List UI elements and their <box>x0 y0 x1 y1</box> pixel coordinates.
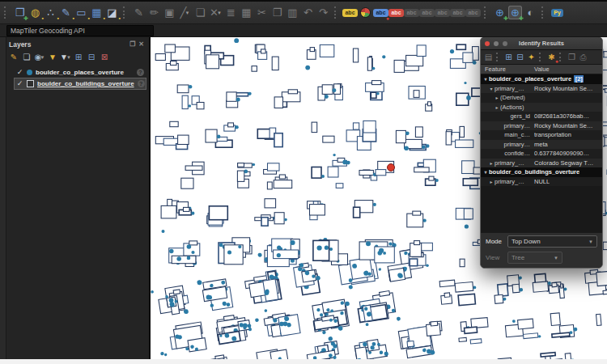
feature-count-badge: [2] <box>574 75 584 83</box>
value-cell: Rocky Mountain Se… <box>534 85 593 92</box>
identify-row[interactable]: gers_id08f2681a3076bab… <box>481 112 602 121</box>
layer-item-boulder_co_buildings_overture[interactable]: ✓boulder_co_buildings_overture? <box>15 78 146 89</box>
metasearch-icon[interactable]: ⊕✚ <box>508 6 522 19</box>
identify-row[interactable]: confide…0.6377840909090… <box>481 149 602 159</box>
layer-symbol-icon <box>27 80 34 87</box>
toolbar-group-handle[interactable] <box>123 6 128 19</box>
float-panel-icon[interactable]: ❐ <box>129 40 135 48</box>
add-group-icon[interactable]: ❏ <box>21 52 32 63</box>
mode-label: Mode <box>486 238 504 245</box>
new-geopackage-layer-icon[interactable]: ◍▪ <box>28 6 42 19</box>
modify-attributes-icon: ≣ <box>224 6 238 19</box>
tree-expander-icon[interactable]: ▸ <box>488 160 495 166</box>
remove-layer-icon[interactable]: ⊠ <box>99 52 110 63</box>
quickmapservices-icon[interactable]: ⊕✚ <box>493 6 507 19</box>
geocoding-search-input[interactable] <box>6 25 154 36</box>
mode-select[interactable]: Top Down ▼ <box>507 235 597 248</box>
identify-row[interactable]: primary…Rocky Mountain Se… <box>481 121 602 131</box>
minimize-window-icon[interactable] <box>494 41 499 46</box>
identify-row[interactable]: ▸primary_…Colorado Segway T… <box>481 159 602 168</box>
layer-visibility-checkbox[interactable]: ✓ <box>16 80 23 87</box>
identify-row[interactable]: ▸primary_…NULL <box>481 177 602 187</box>
toolbar-group-handle[interactable] <box>541 6 546 19</box>
feature-cell: confide… <box>481 150 530 157</box>
copy-features-icon: ❐ <box>270 6 284 19</box>
search-layers-icon[interactable]: ◐ <box>524 6 537 19</box>
new-virtual-layer-icon[interactable]: ◪▪ <box>105 6 119 19</box>
toolbar-group-handle[interactable] <box>4 6 9 19</box>
manage-map-themes-icon[interactable]: ◉▼ <box>34 52 45 63</box>
expand-all-icon[interactable]: ⊞ <box>73 52 84 63</box>
new-spatialite-layer-icon[interactable]: ✎▪ <box>59 6 73 19</box>
tree-expander-icon[interactable]: ▸ <box>488 179 495 184</box>
vertex-tool-icon: ✕▼ <box>209 6 223 19</box>
identify-row[interactable]: primary…meta <box>481 140 602 150</box>
window-bottom-edge <box>0 359 607 364</box>
identify-toolbar: ▤⊞⊟✦✱●❐⎙ <box>481 50 602 65</box>
new-mesh-layer-icon[interactable]: ▦▪ <box>90 6 104 19</box>
dock-handle-strip[interactable] <box>0 37 6 359</box>
cut-features-icon: ✂ <box>255 6 269 19</box>
identified-feature-highlight <box>388 164 395 171</box>
chevron-down-icon: ▼ <box>588 239 593 244</box>
new-temporary-scratch-layer-icon[interactable]: ❐✚ <box>13 6 27 19</box>
layers-panel-title: Layers <box>9 40 31 49</box>
pin-labels-icon[interactable]: abc● <box>374 6 388 19</box>
tree-expander-icon[interactable]: ▾ <box>488 86 495 91</box>
clear-results-icon[interactable]: ✱● <box>546 52 557 62</box>
value-cell: 08f2681a3076bab… <box>534 112 589 120</box>
layer-item-boulder_co_places_overture[interactable]: ✓boulder_co_places_overture? <box>15 67 146 78</box>
layer-diagram-options-icon[interactable] <box>359 6 372 19</box>
main-toolbar: ❐✚◍▪∴▪✎▪▭▪▦▪◪▪✎✏▣╱▼❏✕▼≣▦✂❐▥↶↷abcabc●abca… <box>0 0 607 24</box>
filter-expression-icon[interactable]: ▼▼ <box>60 52 71 63</box>
layer-symbol-icon <box>27 70 32 75</box>
toolbar-group-handle <box>559 53 564 61</box>
identify-row[interactable]: ▾boulder_co_places_overture[2] <box>481 74 602 84</box>
qgis-window: ❐✚◍▪∴▪✎▪▭▪▦▪◪▪✎✏▣╱▼❏✕▼≣▦✂❐▥↶↷abcabc●abca… <box>0 0 607 364</box>
identify-empty-area <box>481 186 602 232</box>
tree-expander-icon[interactable]: ▸ <box>494 95 500 100</box>
highlight-pinned-labels-icon[interactable]: abc <box>389 6 403 19</box>
identify-row[interactable]: ▾primary_…Rocky Mountain Se… <box>481 84 602 94</box>
tree-expander-icon[interactable]: ▾ <box>482 76 489 82</box>
rotate-label-icon: abc <box>435 6 449 19</box>
identify-row[interactable]: ▸(Actions) <box>481 103 602 112</box>
feature-cell: primary_… <box>495 85 524 92</box>
feature-cell: boulder_co_places_overture <box>489 75 571 83</box>
feature-cell: primary_… <box>495 178 524 185</box>
change-label-properties-icon: abc <box>451 6 465 19</box>
identify-titlebar[interactable]: Identify Results <box>481 37 602 50</box>
close-panel-icon[interactable]: ✕ <box>138 40 144 48</box>
layer-indicator-icon: ? <box>138 80 145 87</box>
expand-tree-icon[interactable]: ⊞ <box>503 52 514 62</box>
identify-row[interactable]: ▸(Derived) <box>481 93 602 103</box>
new-gpx-layer-icon[interactable]: ▭▪ <box>74 6 88 19</box>
open-layer-styling-icon[interactable]: ✎ <box>8 52 19 63</box>
zoom-window-icon[interactable] <box>503 41 507 46</box>
python-console-icon[interactable]: Py <box>550 6 564 19</box>
new-shapefile-layer-icon[interactable]: ∴▪ <box>44 6 57 19</box>
close-window-icon[interactable] <box>485 41 490 46</box>
identify-row[interactable]: main_c…transportation <box>481 130 602 140</box>
layer-labeling-options-icon[interactable]: abc <box>343 6 357 19</box>
tree-expander-icon[interactable]: ▾ <box>482 169 489 175</box>
digitize-with-segment-icon: ╱▼ <box>178 6 192 19</box>
toolbar-group-handle[interactable] <box>484 6 489 19</box>
filter-legend-icon[interactable]: ▼ <box>47 52 58 63</box>
paste-features-icon: ▥ <box>286 6 299 19</box>
collapse-tree-icon[interactable]: ⊟ <box>515 52 525 62</box>
view-select: Tree ▼ <box>507 252 562 264</box>
delete-selected-icon: ▦ <box>240 6 253 19</box>
print-result-icon: ⎙ <box>578 52 588 62</box>
redo-icon: ↷ <box>316 6 330 19</box>
tree-expander-icon[interactable]: ▸ <box>494 104 500 110</box>
identify-row[interactable]: ▾boulder_co_buildings_overture <box>481 167 602 177</box>
layer-visibility-checkbox[interactable]: ✓ <box>16 69 23 76</box>
current-edits-icon: ✎ <box>132 6 146 19</box>
locator-bar <box>0 24 607 37</box>
layers-panel: Layers ❐✕ ✎❏◉▼▼▼▼⊞⊟⊠ ✓boulder_co_places_… <box>0 37 151 359</box>
open-form-icon[interactable]: ✦ <box>526 52 537 62</box>
layer-name: boulder_co_buildings_overture <box>37 80 134 87</box>
collapse-all-icon[interactable]: ⊟ <box>86 52 97 63</box>
toolbar-group-handle[interactable] <box>334 6 339 19</box>
